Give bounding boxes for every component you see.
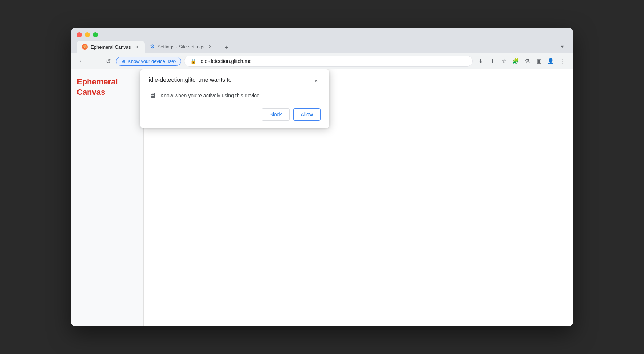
popup-header: idle-detection.glitch.me wants to ×	[149, 77, 321, 85]
device-use-label: Know your device use?	[128, 59, 176, 64]
extensions-button[interactable]: 🧩	[510, 56, 521, 66]
sidebar: Ephemeral Canvas	[71, 69, 144, 326]
minimize-window-button[interactable]	[85, 32, 90, 37]
browser-window: 🎨 Ephemeral Canvas ✕ ⚙ Settings - Site s…	[71, 28, 573, 326]
block-button[interactable]: Block	[262, 108, 289, 121]
popup-buttons: Block Allow	[149, 108, 321, 121]
menu-button[interactable]: ⋮	[557, 56, 567, 66]
ephemeral-canvas-favicon: 🎨	[82, 44, 88, 50]
device-use-icon: 🖥	[121, 59, 126, 64]
reload-button[interactable]: ↺	[103, 56, 113, 66]
omnibar[interactable]: 🔒 idle-detection.glitch.me	[184, 56, 473, 67]
omnibar-url: idle-detection.glitch.me	[199, 58, 466, 64]
traffic-lights	[77, 32, 567, 37]
popup-title: idle-detection.glitch.me wants to	[149, 77, 232, 83]
popup-close-button[interactable]: ×	[312, 77, 321, 85]
lock-icon: 🔒	[190, 58, 196, 64]
bookmark-button[interactable]: ☆	[499, 56, 509, 66]
download-button[interactable]: ⬇	[476, 56, 486, 66]
close-tab-settings-button[interactable]: ✕	[207, 44, 213, 49]
title-bar: 🎨 Ephemeral Canvas ✕ ⚙ Settings - Site s…	[71, 28, 573, 53]
close-tab-ephemeral-button[interactable]: ✕	[134, 44, 140, 50]
allow-button[interactable]: Allow	[293, 108, 321, 121]
tab-ephemeral-canvas[interactable]: 🎨 Ephemeral Canvas ✕	[77, 41, 145, 53]
profile-button[interactable]: 👤	[545, 56, 556, 66]
close-window-button[interactable]	[77, 32, 82, 37]
new-tab-button[interactable]: +	[222, 43, 232, 53]
device-monitor-icon: 🖥	[149, 91, 156, 100]
settings-favicon-icon: ⚙	[150, 43, 155, 50]
permission-description: Know when you're actively using this dev…	[160, 93, 259, 98]
fullscreen-window-button[interactable]	[93, 32, 98, 37]
omnibar-row: ← → ↺ 🖥 Know your device use? 🔒 idle-det…	[71, 53, 573, 69]
tab-settings-title: Settings - Site settings	[158, 44, 204, 49]
omnibar-actions: ⬇ ⬆ ☆ 🧩 ⚗ ▣ 👤 ⋮	[476, 56, 567, 66]
permission-popup: idle-detection.glitch.me wants to × 🖥 Kn…	[140, 69, 329, 128]
forward-button[interactable]: →	[90, 56, 100, 66]
tab-divider	[220, 43, 220, 50]
share-button[interactable]: ⬆	[487, 56, 497, 66]
tabs-bar: 🎨 Ephemeral Canvas ✕ ⚙ Settings - Site s…	[77, 40, 567, 53]
tab-ephemeral-canvas-title: Ephemeral Canvas	[91, 44, 131, 50]
back-button[interactable]: ←	[77, 56, 87, 66]
page-content: Ephemeral Canvas Don't move your mouse d…	[71, 69, 573, 326]
know-device-use-button[interactable]: 🖥 Know your device use?	[116, 57, 181, 66]
flask-button[interactable]: ⚗	[522, 56, 532, 66]
tabs-dropdown-button[interactable]: ▾	[557, 41, 567, 52]
splitscreen-button[interactable]: ▣	[534, 56, 544, 66]
popup-permission-row: 🖥 Know when you're actively using this d…	[149, 91, 321, 100]
tab-settings[interactable]: ⚙ Settings - Site settings ✕	[145, 40, 218, 53]
sidebar-app-title: Ephemeral Canvas	[77, 77, 138, 97]
